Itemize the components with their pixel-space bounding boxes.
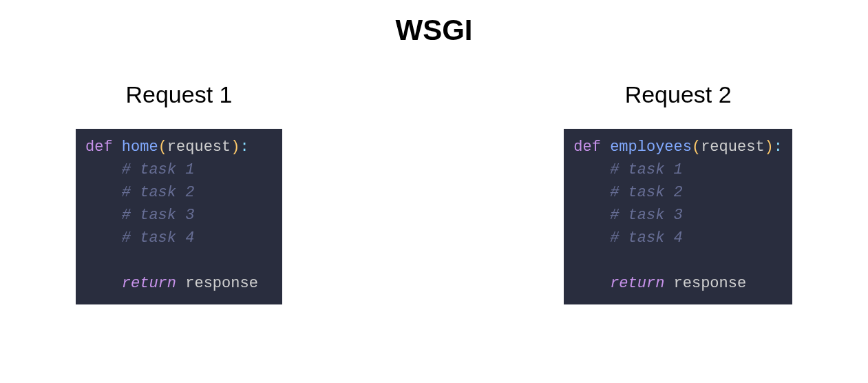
keyword-return: return <box>610 275 664 292</box>
comment-line: # task 4 <box>610 229 683 247</box>
code-block-2: def employees(request): # task 1 # task … <box>564 129 792 304</box>
content-row: Request 1 def home(request): # task 1 # … <box>0 81 868 304</box>
keyword-return: return <box>122 275 176 292</box>
column-request-1: Request 1 def home(request): # task 1 # … <box>76 81 282 304</box>
comment-line: # task 2 <box>122 184 195 201</box>
return-value: response <box>185 275 258 292</box>
comment-line: # task 1 <box>122 161 195 178</box>
param: request <box>701 138 764 156</box>
paren-open: ( <box>692 138 701 156</box>
paren-close: ) <box>765 138 774 156</box>
comment-line: # task 2 <box>610 184 683 201</box>
column-request-2: Request 2 def employees(request): # task… <box>564 81 792 304</box>
keyword-def: def <box>85 138 113 156</box>
keyword-def: def <box>573 138 601 156</box>
comment-line: # task 1 <box>610 161 683 178</box>
comment-line: # task 4 <box>122 229 195 247</box>
function-name: employees <box>610 138 692 156</box>
return-value: response <box>674 275 747 292</box>
function-name: home <box>122 138 158 156</box>
page-title: WSGI <box>0 0 868 47</box>
colon: : <box>240 138 248 156</box>
code-block-1: def home(request): # task 1 # task 2 # t… <box>76 129 282 304</box>
column-heading: Request 2 <box>625 81 732 108</box>
paren-open: ( <box>158 138 167 156</box>
comment-line: # task 3 <box>610 207 683 224</box>
paren-close: ) <box>231 138 240 156</box>
column-heading: Request 1 <box>126 81 233 108</box>
comment-line: # task 3 <box>122 207 195 224</box>
colon: : <box>774 138 783 156</box>
param: request <box>167 138 231 156</box>
